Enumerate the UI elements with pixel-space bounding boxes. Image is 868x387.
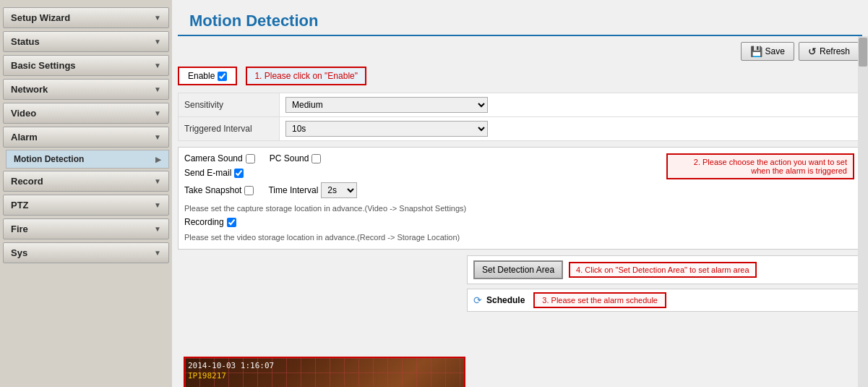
recording-label: Recording xyxy=(184,217,224,227)
triggered-interval-label: Triggered Interval xyxy=(179,117,280,141)
recording-checkbox[interactable] xyxy=(227,218,236,227)
sidebar-item-video[interactable]: Video ▼ xyxy=(3,103,169,124)
send-email-checkbox[interactable] xyxy=(234,169,244,178)
save-button[interactable]: 💾 Save xyxy=(741,42,794,61)
sidebar-item-basic-settings[interactable]: Basic Settings ▼ xyxy=(3,55,169,76)
settings-table: Sensitivity Low Medium High Triggered In… xyxy=(178,93,862,141)
camera-sound-label: Camera Sound xyxy=(184,153,243,163)
time-interval-item: Time Interval 2s 5s xyxy=(268,182,357,198)
save-icon: 💾 xyxy=(750,46,762,57)
enable-section: Enable 1. Please click on "Enable" xyxy=(178,67,862,85)
set-detection-row: Set Detection Area 4. Click on "Set Dete… xyxy=(467,255,862,284)
action-section: 2. Please choose the action you want to … xyxy=(178,147,862,250)
sensitivity-cell: Low Medium High xyxy=(280,93,862,117)
active-indicator-icon: ▶ xyxy=(155,156,161,163)
callout-1: 1. Please click on "Enable" xyxy=(246,67,366,85)
scrollbar-thumb[interactable] xyxy=(859,38,867,67)
top-bar: 💾 Save ↺ Refresh xyxy=(178,42,862,61)
time-interval-label: Time Interval xyxy=(268,185,318,195)
take-snapshot-item: Take Snapshot xyxy=(184,185,254,195)
take-snapshot-label: Take Snapshot xyxy=(184,185,241,195)
table-row-sensitivity: Sensitivity Low Medium High xyxy=(179,93,862,117)
take-snapshot-checkbox[interactable] xyxy=(244,186,254,195)
chevron-down-icon: ▼ xyxy=(154,225,161,233)
detection-area-overlay: 2014-10-03 1:16:07 IP198217 Please set t… xyxy=(184,357,465,387)
pc-sound-label: PC Sound xyxy=(270,153,309,163)
camera-sound-item: Camera Sound xyxy=(184,153,255,163)
enable-label: Enable xyxy=(188,71,215,81)
triggered-interval-select[interactable]: 5s 10s 15s 20s 30s xyxy=(285,121,488,137)
sidebar: Setup Wizard ▼ Status ▼ Basic Settings ▼… xyxy=(0,0,172,387)
sidebar-item-network[interactable]: Network ▼ xyxy=(3,79,169,100)
capture-info: Please set the capture storage location … xyxy=(184,203,856,214)
sensitivity-select[interactable]: Low Medium High xyxy=(285,97,488,113)
chevron-down-icon: ▼ xyxy=(154,133,161,141)
chevron-down-icon: ▼ xyxy=(154,38,161,46)
sidebar-item-record[interactable]: Record ▼ xyxy=(3,171,169,192)
sidebar-item-ptz[interactable]: PTZ ▼ xyxy=(3,195,169,216)
chevron-down-icon: ▼ xyxy=(154,61,161,69)
send-email-label: Send E-mail xyxy=(184,168,231,178)
main-content: Motion Detection 💾 Save ↺ Refresh Enable xyxy=(172,0,868,387)
schedule-row: ⟳ Schedule 3. Please set the alarm sched… xyxy=(467,289,862,312)
content-area: 💾 Save ↺ Refresh Enable 1. Please click … xyxy=(172,36,868,387)
detection-device-id: IP198217 xyxy=(188,371,226,380)
detection-schedule-section: 2014-10-03 1:16:07 IP198217 Please set t… xyxy=(178,255,862,387)
triggered-interval-cell: 5s 10s 15s 20s 30s xyxy=(280,117,862,141)
chevron-down-icon: ▼ xyxy=(154,85,161,93)
action-row-recording: Recording xyxy=(184,217,856,227)
send-email-item: Send E-mail xyxy=(184,168,244,178)
chevron-down-icon: ▼ xyxy=(154,201,161,209)
chevron-down-icon: ▼ xyxy=(154,109,161,117)
pc-sound-checkbox[interactable] xyxy=(311,154,321,163)
pc-sound-item: PC Sound xyxy=(270,153,322,163)
sidebar-item-motion-detection[interactable]: Motion Detection ▶ xyxy=(6,150,169,169)
schedule-icon: ⟳ xyxy=(473,294,482,306)
sidebar-item-status[interactable]: Status ▼ xyxy=(3,31,169,52)
enable-box: Enable xyxy=(178,67,237,85)
content-wrapper: 💾 Save ↺ Refresh Enable 1. Please click … xyxy=(172,36,868,387)
action-row-snapshot: Take Snapshot Time Interval 2s 5s xyxy=(184,182,856,198)
callout-4: 4. Click on "Set Detection Area" to set … xyxy=(569,262,757,278)
callout-3: 3. Please set the alarm schedule xyxy=(533,292,666,308)
set-detection-button[interactable]: Set Detection Area xyxy=(473,260,563,279)
right-panel: Set Detection Area 4. Click on "Set Dete… xyxy=(467,255,862,312)
scrollbar[interactable] xyxy=(858,36,868,387)
table-row-triggered-interval: Triggered Interval 5s 10s 15s 20s 30s xyxy=(179,117,862,141)
time-interval-select[interactable]: 2s 5s xyxy=(321,182,357,198)
sensitivity-label: Sensitivity xyxy=(179,93,280,117)
recording-item: Recording xyxy=(184,217,236,227)
camera-sound-checkbox[interactable] xyxy=(246,154,255,163)
refresh-button[interactable]: ↺ Refresh xyxy=(799,42,859,61)
callout-2: 2. Please choose the action you want to … xyxy=(666,153,854,179)
refresh-icon: ↺ xyxy=(808,46,817,57)
schedule-label: Schedule xyxy=(486,295,525,305)
sidebar-item-sys[interactable]: Sys ▼ xyxy=(3,242,169,263)
detection-timestamp: 2014-10-03 1:16:07 xyxy=(188,361,274,370)
enable-checkbox[interactable] xyxy=(218,72,227,81)
sidebar-item-fire[interactable]: Fire ▼ xyxy=(3,218,169,239)
sidebar-item-setup-wizard[interactable]: Setup Wizard ▼ xyxy=(3,7,169,28)
page-title: Motion Detection xyxy=(178,4,862,36)
sidebar-item-alarm[interactable]: Alarm ▼ xyxy=(3,127,169,148)
recording-info: Please set the video storage location in… xyxy=(184,231,856,243)
chevron-down-icon: ▼ xyxy=(154,249,161,257)
chevron-down-icon: ▼ xyxy=(154,177,161,185)
chevron-down-icon: ▼ xyxy=(154,14,161,22)
